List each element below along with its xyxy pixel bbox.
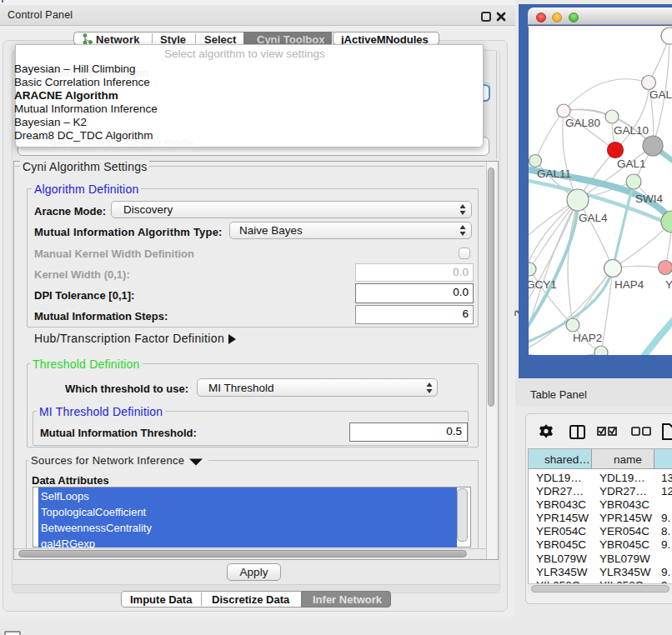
svg-text:GAL11: GAL11 (537, 168, 571, 180)
svg-text:GAL1: GAL1 (617, 158, 646, 170)
svg-text:HAP4: HAP4 (614, 278, 644, 291)
svg-text:GAL80: GAL80 (565, 117, 600, 129)
svg-text:Y: Y (665, 278, 672, 291)
svg-text:GAL10: GAL10 (614, 124, 649, 137)
svg-text:GAL: GAL (649, 88, 672, 101)
svg-text:HAP2: HAP2 (573, 332, 602, 344)
svg-text:GCY1: GCY1 (529, 278, 557, 291)
svg-text:SWI4: SWI4 (635, 192, 663, 205)
svg-text:GAL4: GAL4 (579, 212, 608, 224)
